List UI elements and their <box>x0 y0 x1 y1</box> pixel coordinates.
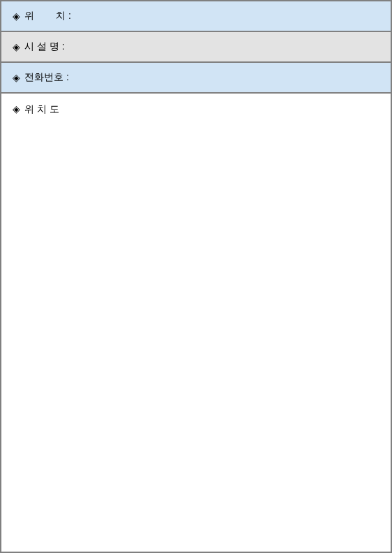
label-map: 위 치 도 <box>24 103 59 116</box>
diamond-icon: ◈ <box>13 72 20 83</box>
row-map: ◈ 위 치 도 <box>1 92 391 552</box>
label-facility: 시 설 명 : <box>24 40 65 53</box>
diamond-icon: ◈ <box>13 41 20 52</box>
row-location: ◈ 위 치 : <box>1 0 391 31</box>
diamond-icon: ◈ <box>13 103 20 115</box>
form-container: ◈ 위 치 : ◈ 시 설 명 : ◈ 전화번호 : ◈ 위 치 도 <box>0 0 392 553</box>
row-phone: ◈ 전화번호 : <box>1 61 391 92</box>
label-phone: 전화번호 : <box>24 71 69 84</box>
row-facility: ◈ 시 설 명 : <box>1 31 391 61</box>
diamond-icon: ◈ <box>13 10 20 22</box>
label-location: 위 치 : <box>24 10 71 22</box>
